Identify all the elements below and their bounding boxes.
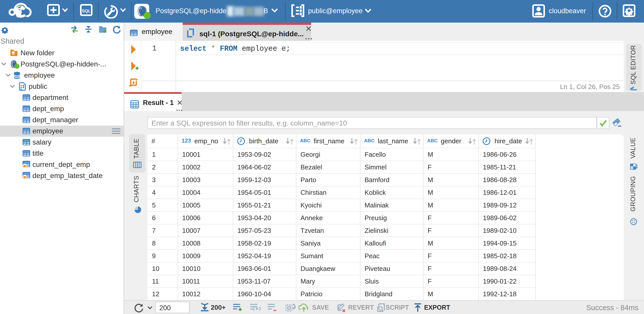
- svg-text:SQL: SQL: [82, 9, 91, 13]
